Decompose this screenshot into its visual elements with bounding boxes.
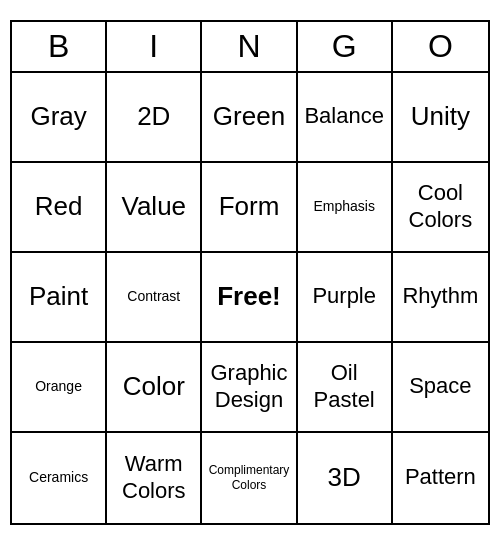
cell-text-24: Pattern [405,464,476,490]
cell-text-2: Green [213,101,285,132]
header-letter-I: I [107,22,202,71]
cell-text-0: Gray [30,101,86,132]
bingo-grid: Gray2DGreenBalanceUnityRedValueFormEmpha… [12,73,488,523]
cell-text-20: Ceramics [29,469,88,486]
bingo-cell-24: Pattern [393,433,488,523]
cell-text-17: Graphic Design [208,360,289,413]
bingo-cell-5: Red [12,163,107,253]
bingo-cell-21: Warm Colors [107,433,202,523]
bingo-cell-4: Unity [393,73,488,163]
cell-text-19: Space [409,373,471,399]
cell-text-14: Rhythm [402,283,478,309]
bingo-cell-13: Purple [298,253,393,343]
bingo-cell-3: Balance [298,73,393,163]
cell-text-18: Oil Pastel [304,360,385,413]
header-letter-N: N [202,22,297,71]
bingo-cell-14: Rhythm [393,253,488,343]
bingo-cell-10: Paint [12,253,107,343]
cell-text-8: Emphasis [313,198,374,215]
bingo-cell-16: Color [107,343,202,433]
bingo-cell-12: Free! [202,253,297,343]
header-letter-O: O [393,22,488,71]
cell-text-4: Unity [411,101,470,132]
bingo-cell-11: Contrast [107,253,202,343]
cell-text-12: Free! [217,281,281,312]
cell-text-22: Complimentary Colors [208,463,289,492]
bingo-cell-15: Orange [12,343,107,433]
cell-text-6: Value [122,191,187,222]
cell-text-9: Cool Colors [399,180,482,233]
cell-text-13: Purple [312,283,376,309]
bingo-cell-8: Emphasis [298,163,393,253]
bingo-cell-17: Graphic Design [202,343,297,433]
cell-text-1: 2D [137,101,170,132]
bingo-cell-9: Cool Colors [393,163,488,253]
cell-text-7: Form [219,191,280,222]
cell-text-23: 3D [328,462,361,493]
bingo-cell-20: Ceramics [12,433,107,523]
bingo-cell-19: Space [393,343,488,433]
bingo-cell-18: Oil Pastel [298,343,393,433]
bingo-cell-6: Value [107,163,202,253]
bingo-card: BINGO Gray2DGreenBalanceUnityRedValueFor… [10,20,490,525]
cell-text-10: Paint [29,281,88,312]
header-letter-G: G [298,22,393,71]
bingo-header: BINGO [12,22,488,73]
bingo-cell-7: Form [202,163,297,253]
bingo-cell-0: Gray [12,73,107,163]
header-letter-B: B [12,22,107,71]
cell-text-21: Warm Colors [113,451,194,504]
bingo-cell-2: Green [202,73,297,163]
bingo-cell-23: 3D [298,433,393,523]
cell-text-11: Contrast [127,288,180,305]
bingo-cell-1: 2D [107,73,202,163]
cell-text-15: Orange [35,378,82,395]
cell-text-3: Balance [304,103,384,129]
cell-text-5: Red [35,191,83,222]
bingo-cell-22: Complimentary Colors [202,433,297,523]
cell-text-16: Color [123,371,185,402]
